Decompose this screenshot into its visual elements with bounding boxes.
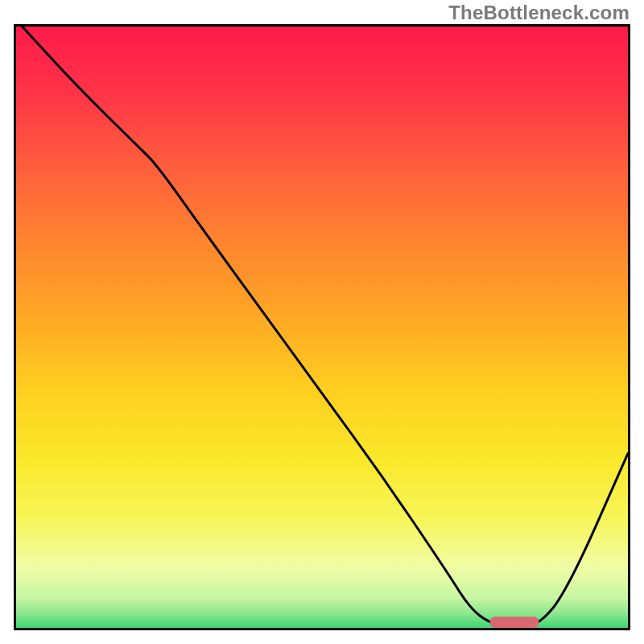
watermark-label: TheBottleneck.com (448, 2, 630, 24)
gradient-background (16, 27, 628, 628)
chart-plot-area (16, 27, 628, 628)
chart-frame (14, 24, 630, 630)
optimal-range-marker (490, 617, 539, 628)
